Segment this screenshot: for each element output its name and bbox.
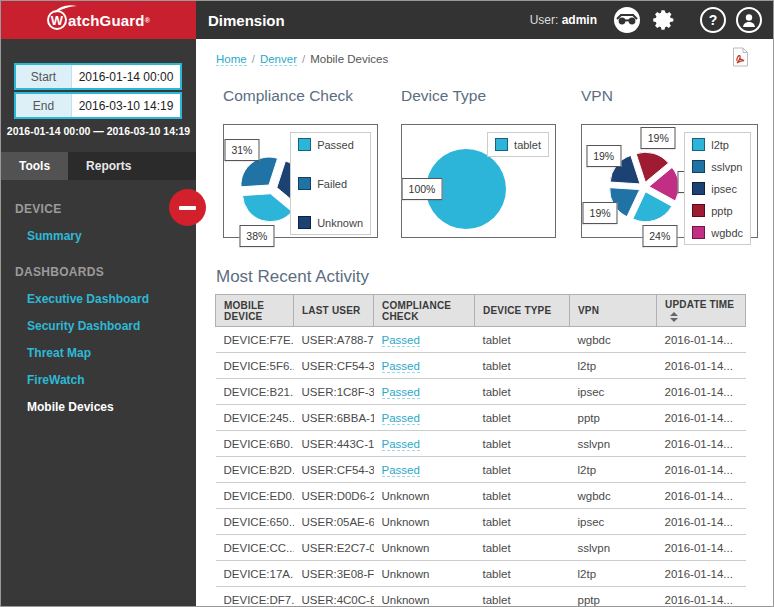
device-type-cell: tablet bbox=[475, 353, 570, 379]
vpn-cell: sslvpn bbox=[570, 431, 657, 457]
compliance-cell: Unknown bbox=[374, 509, 475, 535]
legend-label: wgbdc bbox=[711, 227, 743, 239]
breadcrumb-denver[interactable]: Denver bbox=[260, 53, 297, 66]
most-recent-activity-table: MOBILE DEVICELAST USERCOMPLIANCE CHECKDE… bbox=[215, 294, 746, 607]
sidebar-collapse-button[interactable] bbox=[169, 189, 206, 226]
legend-entry-passed: Passed bbox=[298, 138, 363, 151]
sidebar-item-firewatch[interactable]: FireWatch bbox=[1, 360, 196, 387]
update-time-cell: 2016-01-14... bbox=[657, 587, 746, 607]
breadcrumb: Home/Denver/Mobile Devices bbox=[216, 53, 388, 65]
table-header: MOBILE DEVICELAST USERCOMPLIANCE CHECKDE… bbox=[216, 295, 746, 327]
column-header-last-user: LAST USER bbox=[294, 295, 374, 327]
compliance-check-chart[interactable]: 31%38%31%PassedFailedUnknown bbox=[223, 124, 378, 238]
update-time-cell: 2016-01-14... bbox=[657, 353, 746, 379]
column-header-vpn: VPN bbox=[570, 295, 657, 327]
table-row: DEVICE:B21...USER:1C8F-3...Passedtableti… bbox=[216, 379, 746, 405]
breadcrumb-mobile-devices: Mobile Devices bbox=[310, 53, 388, 65]
sidebar-item-security-dashboard[interactable]: Security Dashboard bbox=[1, 306, 196, 333]
date-range-summary: 2016-01-14 00:00 — 2016-03-10 14:19 bbox=[1, 125, 196, 137]
legend-entry-ipsec: ipsec bbox=[692, 182, 743, 195]
legend-swatch-icon bbox=[298, 216, 311, 229]
device-type-cell: tablet bbox=[475, 327, 570, 353]
compliance-passed-link[interactable]: Passed bbox=[382, 334, 420, 347]
legend-entry-wgbdc: wgbdc bbox=[692, 226, 743, 239]
sidebar-tabs: ToolsReports bbox=[1, 152, 196, 180]
column-header-mobile-device: MOBILE DEVICE bbox=[216, 295, 294, 327]
legend-entry-failed: Failed bbox=[298, 177, 363, 190]
device-cell: DEVICE:ED0... bbox=[216, 483, 294, 509]
compliance-cell: Passed bbox=[374, 327, 475, 353]
account-icon[interactable] bbox=[735, 6, 763, 34]
column-header-update-time[interactable]: UPDATE TIME bbox=[657, 295, 746, 327]
compliance-passed-link[interactable]: Passed bbox=[382, 412, 420, 425]
compliance-passed-link[interactable]: Passed bbox=[382, 438, 420, 451]
watchguard-logo[interactable]: WatchGuard® bbox=[1, 1, 196, 39]
update-time-cell: 2016-01-14... bbox=[657, 379, 746, 405]
start-label: Start bbox=[16, 65, 72, 88]
sidebar-menu: DEVICESummaryDASHBOARDSExecutive Dashboa… bbox=[1, 180, 196, 414]
update-time-cell: 2016-01-14... bbox=[657, 327, 746, 353]
device-cell: DEVICE:DF7... bbox=[216, 587, 294, 607]
sidebar-item-threat-map[interactable]: Threat Map bbox=[1, 333, 196, 360]
main-content: Home/Denver/Mobile Devices Compliance Ch… bbox=[196, 39, 774, 607]
vpn-chart[interactable]: 19%19%24%19%19%l2tpsslvpnipsecpptpwgbdc bbox=[581, 124, 758, 238]
tab-tools[interactable]: Tools bbox=[1, 152, 68, 180]
device-type-cell: tablet bbox=[475, 431, 570, 457]
watchguard-dimension-app: WatchGuard® Dimension User: admin ? bbox=[0, 0, 774, 607]
device-cell: DEVICE:B21... bbox=[216, 379, 294, 405]
compliance-passed-link[interactable]: Passed bbox=[382, 360, 420, 373]
pie-slice-failed[interactable] bbox=[241, 157, 278, 187]
device-type-chart[interactable]: 100%tablet bbox=[401, 124, 556, 238]
sidebar-item-summary[interactable]: Summary bbox=[1, 216, 196, 243]
legend-label: sslvpn bbox=[711, 161, 742, 173]
pdf-export-icon[interactable] bbox=[732, 47, 749, 71]
chart-title-device-type: Device Type bbox=[401, 87, 486, 105]
vpn-cell: wgbdc bbox=[570, 327, 657, 353]
user-name: admin bbox=[562, 13, 597, 27]
start-value[interactable]: 2016-01-14 00:00 bbox=[72, 65, 180, 88]
breadcrumb-home[interactable]: Home bbox=[216, 53, 247, 66]
settings-gear-icon[interactable] bbox=[649, 6, 677, 34]
top-bar: WatchGuard® Dimension User: admin ? bbox=[1, 1, 774, 39]
compliance-cell: Passed bbox=[374, 431, 475, 457]
legend-label: tablet bbox=[514, 139, 541, 151]
pie-slice-passed[interactable] bbox=[243, 194, 293, 222]
legend-label: Passed bbox=[317, 139, 354, 151]
legend-swatch-icon bbox=[298, 138, 311, 151]
compliance-cell: Passed bbox=[374, 353, 475, 379]
last-user-cell: USER:CF54-3... bbox=[294, 457, 374, 483]
legend-entry-unknown: Unknown bbox=[298, 216, 363, 229]
menu-section-device: DEVICE bbox=[1, 180, 196, 216]
last-user-cell: USER:05AE-6... bbox=[294, 509, 374, 535]
legend-swatch-icon bbox=[495, 138, 508, 151]
sort-icon[interactable] bbox=[670, 312, 678, 322]
top-bar-actions: User: admin ? bbox=[530, 6, 774, 34]
device-cell: DEVICE:5F6... bbox=[216, 353, 294, 379]
sidebar-item-mobile-devices[interactable]: Mobile Devices bbox=[1, 387, 196, 414]
legend-entry-tablet: tablet bbox=[495, 138, 541, 151]
update-time-cell: 2016-01-14... bbox=[657, 509, 746, 535]
start-date-field[interactable]: Start 2016-01-14 00:00 bbox=[14, 63, 182, 90]
app-title: Dimension bbox=[208, 12, 285, 29]
pie-label-l2tp: 24% bbox=[642, 225, 677, 247]
table-row: DEVICE:CC...USER:E2C7-0...Unknowntablets… bbox=[216, 535, 746, 561]
end-value[interactable]: 2016-03-10 14:19 bbox=[72, 94, 180, 117]
tab-reports[interactable]: Reports bbox=[68, 152, 149, 180]
device-type-cell: tablet bbox=[475, 457, 570, 483]
device-cell: DEVICE:17A... bbox=[216, 561, 294, 587]
compliance-passed-link[interactable]: Passed bbox=[382, 464, 420, 477]
legend-swatch-icon bbox=[692, 204, 705, 217]
anonymize-icon[interactable] bbox=[613, 6, 641, 34]
table-row: DEVICE:ED0...USER:D0D6-2...Unknowntablet… bbox=[216, 483, 746, 509]
sidebar-item-executive-dashboard[interactable]: Executive Dashboard bbox=[1, 279, 196, 306]
compliance-passed-link[interactable]: Passed bbox=[382, 386, 420, 399]
vpn-cell: ipsec bbox=[570, 509, 657, 535]
chart-title-compliance: Compliance Check bbox=[223, 87, 353, 105]
table-row: DEVICE:DF7...USER:4C0C-8...Unknowntablet… bbox=[216, 587, 746, 607]
legend-entry-sslvpn: sslvpn bbox=[692, 160, 743, 173]
help-icon[interactable]: ? bbox=[699, 6, 727, 34]
device-cell: DEVICE:6B0... bbox=[216, 431, 294, 457]
legend-label: ipsec bbox=[711, 183, 737, 195]
table-row: DEVICE:5F6...USER:CF54-3...Passedtabletl… bbox=[216, 353, 746, 379]
end-date-field[interactable]: End 2016-03-10 14:19 bbox=[14, 92, 182, 119]
